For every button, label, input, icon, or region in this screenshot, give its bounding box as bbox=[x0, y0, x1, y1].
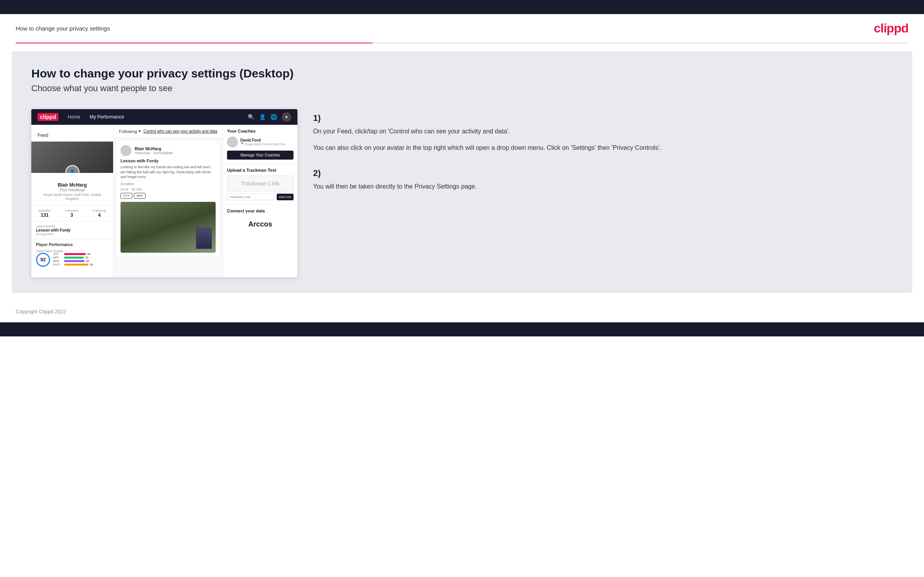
bar-arg-label: ARG bbox=[53, 260, 63, 262]
feed-tab[interactable]: Feed bbox=[31, 129, 113, 142]
bar-app-label: APP bbox=[53, 256, 63, 259]
feed-header: Following ▾ Control who can see your act… bbox=[113, 125, 223, 138]
add-link-button[interactable]: Add Link bbox=[277, 194, 294, 200]
perf-title: Player Performance bbox=[36, 243, 108, 247]
post-image-person bbox=[196, 227, 212, 249]
bar-ott-value: 90 bbox=[87, 253, 90, 255]
clippd-logo: clippd bbox=[874, 21, 908, 36]
post-duration: 01 hr : 30 min bbox=[121, 187, 216, 191]
manage-coaches-button[interactable]: Manage Your Coaches bbox=[227, 151, 294, 160]
stat-activities-value: 131 bbox=[38, 212, 51, 218]
bar-ott-fill bbox=[64, 253, 86, 255]
following-button[interactable]: Following ▾ bbox=[119, 129, 141, 134]
bar-arg-value: 86 bbox=[86, 260, 89, 262]
bar-putt-label: PUTT bbox=[53, 263, 63, 266]
user-icon[interactable]: 👤 bbox=[259, 114, 266, 120]
stat-activities-label: Activities bbox=[38, 209, 51, 212]
bar-putt-value: 96 bbox=[90, 263, 93, 266]
post-header: Blair McHarg Yesterday · Sunningdale bbox=[121, 145, 216, 156]
globe-icon[interactable]: 🌐 bbox=[270, 114, 277, 120]
step1-number: 1) bbox=[313, 113, 893, 123]
connect-title: Connect your data bbox=[227, 209, 294, 213]
bar-app-value: 85 bbox=[85, 256, 88, 259]
top-bar bbox=[0, 0, 924, 14]
trackman-input[interactable] bbox=[227, 194, 275, 200]
stats-row: Activities 131 Followers 3 Following 4 bbox=[31, 205, 113, 221]
nav-item-home[interactable]: Home bbox=[68, 114, 80, 120]
step1-text2: You can also click on your avatar in the… bbox=[313, 143, 893, 153]
chevron-down-icon: ▾ bbox=[139, 129, 141, 134]
trackman-placeholder: Trackman Link bbox=[227, 176, 294, 191]
post-image bbox=[121, 202, 216, 253]
bar-app: APP 85 bbox=[53, 256, 108, 259]
feed-post: Blair McHarg Yesterday · Sunningdale Les… bbox=[117, 141, 220, 257]
connect-section: Connect your data Arccos bbox=[223, 205, 297, 236]
bar-ott-label: OTT bbox=[53, 253, 63, 255]
tpq-row: 92 OTT 90 APP 85 bbox=[36, 253, 108, 267]
bottom-bar bbox=[0, 322, 924, 336]
trackman-title: Upload a Trackman Test bbox=[227, 168, 294, 173]
step1-text1: On your Feed, click/tap on 'Control who … bbox=[313, 126, 893, 137]
arccos-label: Arccos bbox=[227, 216, 294, 232]
avatar-face-icon: 👤 bbox=[69, 169, 76, 173]
stat-followers: Followers 3 bbox=[65, 209, 78, 218]
control-privacy-link[interactable]: Control who can see your activity and da… bbox=[144, 129, 217, 133]
trackman-section: Upload a Trackman Test Trackman Link Add… bbox=[223, 164, 297, 205]
trackman-input-row: Add Link bbox=[227, 194, 294, 200]
header: How to change your privacy settings clip… bbox=[0, 14, 924, 43]
bar-putt-fill bbox=[64, 264, 88, 266]
page-subheading: Choose what you want people to see bbox=[31, 83, 893, 93]
post-tags: OTT APP bbox=[121, 193, 216, 199]
location-icon: 📍 bbox=[240, 142, 244, 146]
avatar-icon: ▼ bbox=[285, 115, 288, 119]
user-name: Blair McHarg bbox=[36, 182, 108, 188]
nav-item-performance[interactable]: My Performance bbox=[90, 114, 124, 120]
search-icon[interactable]: 🔍 bbox=[248, 114, 254, 120]
two-col-layout: clippd Home My Performance 🔍 👤 🌐 ▼ Feed bbox=[31, 109, 893, 277]
app-body: Feed 👤 Blair McHarg Plus Handicap Royal … bbox=[31, 125, 297, 277]
app-nav: clippd Home My Performance 🔍 👤 🌐 ▼ bbox=[31, 109, 297, 125]
coach-item: David Ford 📍 Royal North Devon Golf Club bbox=[227, 137, 294, 147]
bar-putt: PUTT 96 bbox=[53, 263, 108, 266]
coach-club: 📍 Royal North Devon Golf Club bbox=[240, 142, 285, 146]
bar-arg-fill bbox=[64, 260, 85, 262]
bar-app-fill bbox=[64, 257, 84, 259]
app-right-panel: Your Coaches David Ford 📍 Royal North De… bbox=[223, 125, 297, 277]
latest-label: Latest Activity bbox=[36, 225, 108, 228]
tpq-label: Total Player Quality bbox=[36, 249, 108, 253]
player-performance: Player Performance Total Player Quality … bbox=[31, 239, 113, 270]
bar-arg: ARG 86 bbox=[53, 260, 108, 262]
app-sidebar: Feed 👤 Blair McHarg Plus Handicap Royal … bbox=[31, 125, 113, 277]
bar-ott: OTT 90 bbox=[53, 253, 108, 255]
page-heading: How to change your privacy settings (Des… bbox=[31, 67, 893, 80]
stat-following-value: 4 bbox=[93, 212, 106, 218]
app-screenshot: clippd Home My Performance 🔍 👤 🌐 ▼ Feed bbox=[31, 109, 297, 277]
stat-following-label: Following bbox=[93, 209, 106, 212]
app-feed: Following ▾ Control who can see your act… bbox=[113, 125, 223, 277]
nav-right: 🔍 👤 🌐 ▼ bbox=[248, 112, 291, 122]
coach-club-text: Royal North Devon Golf Club bbox=[245, 142, 285, 146]
app-nav-logo: clippd bbox=[38, 113, 58, 121]
coach-info: David Ford 📍 Royal North Devon Golf Club bbox=[240, 138, 285, 146]
main-content: How to change your privacy settings (Des… bbox=[12, 51, 912, 293]
post-body: Looking to feel like my hands are exitin… bbox=[121, 165, 216, 180]
footer: Copyright Clippd 2022 bbox=[0, 301, 924, 322]
coaches-section: Your Coaches David Ford 📍 Royal North De… bbox=[223, 125, 297, 164]
coaches-title: Your Coaches bbox=[227, 129, 294, 133]
avatar-button[interactable]: ▼ bbox=[282, 112, 291, 122]
tag-app: APP bbox=[134, 193, 146, 199]
step2-text: You will then be taken directly to the P… bbox=[313, 182, 893, 192]
post-author-meta: Yesterday · Sunningdale bbox=[135, 151, 173, 155]
stat-activities: Activities 131 bbox=[38, 209, 51, 218]
breadcrumb: How to change your privacy settings bbox=[16, 25, 110, 32]
instructions: 1) On your Feed, click/tap on 'Control w… bbox=[313, 109, 893, 211]
tpq-circle: 92 bbox=[36, 253, 50, 267]
tag-ott: OTT bbox=[121, 193, 132, 199]
post-title: Lesson with Fordy bbox=[121, 158, 216, 163]
profile-info: Blair McHarg Plus Handicap Royal North D… bbox=[31, 173, 113, 205]
post-author-avatar bbox=[121, 145, 131, 156]
stat-followers-label: Followers bbox=[65, 209, 78, 212]
stat-following: Following 4 bbox=[93, 209, 106, 218]
post-author-info: Blair McHarg Yesterday · Sunningdale bbox=[135, 146, 173, 155]
following-label: Following bbox=[119, 129, 137, 134]
